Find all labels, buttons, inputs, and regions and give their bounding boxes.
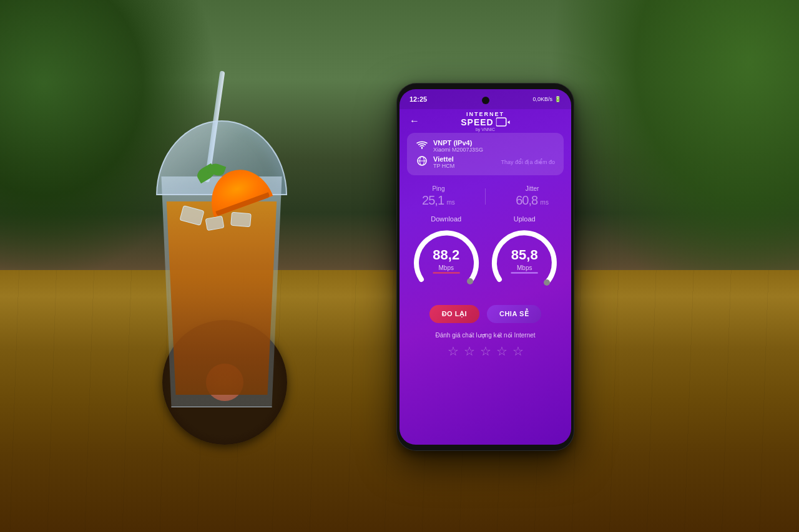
upload-value: 85,8 (511, 248, 538, 262)
change-location-button[interactable]: Thay đổi địa điểm đo (501, 159, 555, 165)
ice-cube (230, 212, 252, 228)
status-icons: 0,0KB/s 🔋 (532, 96, 561, 102)
upload-value-container: 85,8 Mbps (511, 248, 538, 274)
star-4[interactable]: ☆ (496, 344, 507, 359)
back-button[interactable]: ← (409, 115, 419, 127)
download-underline (433, 273, 459, 274)
ping-stat: Ping 25,1 ms (422, 185, 455, 208)
gauges-section: Download 88,2 M (400, 213, 571, 300)
battery-icon: 🔋 (554, 96, 561, 102)
app-header: ← INTERNET SPEED by VNNIC (400, 109, 571, 133)
star-1[interactable]: ☆ (448, 344, 459, 359)
star-5[interactable]: ☆ (512, 344, 524, 359)
upload-gauge: Upload 85,8 Mbp (490, 215, 559, 295)
upload-gauge-wrapper: 85,8 Mbps (490, 226, 559, 295)
download-value: 88,2 (433, 248, 459, 262)
data-speed: 0,0KB/s (532, 96, 552, 102)
wifi-row: VNPT (IPv4) Xiaomi M2007J3SG (416, 139, 555, 153)
svg-point-6 (544, 279, 550, 286)
stats-row: Ping 25,1 ms Jitter 60,8 ms (400, 180, 571, 213)
rating-title: Đánh giá chất lượng kết nối Internet (407, 332, 564, 339)
svg-rect-0 (496, 118, 506, 126)
phone-device: 12:25 0,0KB/s 🔋 ← INTERNET SPEED (396, 83, 574, 451)
status-bar: 12:25 0,0KB/s 🔋 (400, 89, 571, 109)
carrier-row: Viettel TP HCM Thay đổi địa điểm đo (416, 155, 555, 169)
share-button[interactable]: CHIA SẺ (487, 305, 541, 323)
logo-bottom: SPEED (461, 117, 493, 127)
ping-label: Ping (422, 185, 455, 192)
retry-button[interactable]: ĐO LẠI (429, 305, 479, 323)
svg-point-5 (467, 278, 473, 284)
action-buttons: ĐO LẠI CHIA SẺ (400, 300, 571, 328)
logo-by: by VNNIC (461, 127, 509, 132)
speed-icon (496, 117, 510, 127)
device-name: Xiaomi M2007J3SG (433, 147, 555, 153)
wifi-icon (416, 140, 428, 152)
ping-value: 25,1 (422, 193, 444, 207)
svg-marker-1 (507, 120, 510, 124)
wifi-name: VNPT (IPv4) (433, 139, 555, 147)
status-time: 12:25 (409, 95, 427, 103)
app-content: ← INTERNET SPEED by VNNIC (400, 109, 571, 445)
rating-section: Đánh giá chất lượng kết nối Internet ☆ ☆… (400, 328, 571, 362)
jitter-label: Jitter (516, 185, 549, 192)
download-value-container: 88,2 Mbps (433, 248, 459, 274)
download-unit: Mbps (433, 264, 459, 274)
jitter-unit: ms (541, 199, 549, 206)
star-2[interactable]: ☆ (464, 344, 475, 359)
ping-unit: ms (446, 199, 454, 206)
wifi-network-info: VNPT (IPv4) Xiaomi M2007J3SG (433, 139, 555, 153)
location-name: TP HCM (433, 163, 496, 169)
download-label: Download (412, 215, 481, 223)
download-gauge-wrapper: 88,2 Mbps (412, 226, 481, 295)
app-logo: INTERNET SPEED by VNNIC (461, 111, 509, 132)
star-3[interactable]: ☆ (480, 344, 491, 359)
drink-liquid (156, 201, 287, 395)
jitter-stat: Jitter 60,8 ms (516, 185, 549, 208)
phone-screen: 12:25 0,0KB/s 🔋 ← INTERNET SPEED (400, 89, 571, 445)
upload-underline (511, 273, 538, 274)
upload-label: Upload (490, 215, 559, 223)
drink-cup (144, 120, 300, 432)
stats-divider (485, 188, 486, 205)
download-gauge: Download 88,2 M (412, 215, 481, 295)
stars-row[interactable]: ☆ ☆ ☆ ☆ ☆ (407, 344, 564, 359)
logo-top: INTERNET (461, 111, 509, 117)
carrier-name: Viettel (433, 155, 496, 163)
globe-icon (416, 156, 428, 168)
upload-unit: Mbps (511, 264, 538, 274)
carrier-info: Viettel TP HCM (433, 155, 496, 169)
bg-foliage-right (549, 0, 799, 312)
jitter-value: 60,8 (516, 193, 537, 207)
network-section: VNPT (IPv4) Xiaomi M2007J3SG Viett (407, 133, 564, 175)
